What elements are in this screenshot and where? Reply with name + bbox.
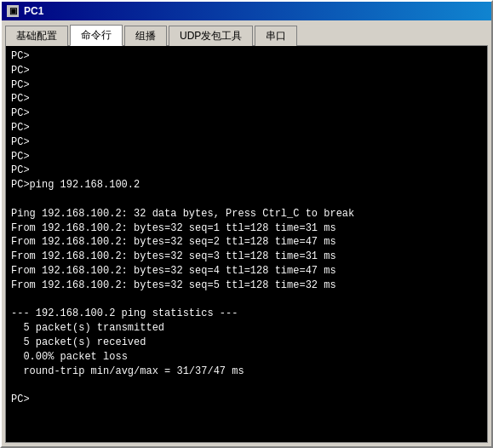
terminal[interactable]: PC> PC> PC> PC> PC> PC> PC> PC> PC> PC>p… xyxy=(6,46,487,442)
window-icon: ▣ xyxy=(7,5,19,17)
content-area: PC> PC> PC> PC> PC> PC> PC> PC> PC> PC>p… xyxy=(5,45,488,443)
tab-serial[interactable]: 串口 xyxy=(255,26,297,46)
title-bar: ▣ PC1 xyxy=(2,2,491,20)
tab-udp-tool[interactable]: UDP发包工具 xyxy=(169,26,253,46)
tab-bar: 基础配置 命令行 组播 UDP发包工具 串口 xyxy=(2,20,491,45)
window-title: PC1 xyxy=(24,5,43,17)
tab-basic-config[interactable]: 基础配置 xyxy=(5,26,68,46)
main-window: ▣ PC1 基础配置 命令行 组播 UDP发包工具 串口 PC> PC> PC>… xyxy=(0,0,493,448)
tab-multicast[interactable]: 组播 xyxy=(124,26,167,46)
tab-command-line[interactable]: 命令行 xyxy=(70,25,123,46)
